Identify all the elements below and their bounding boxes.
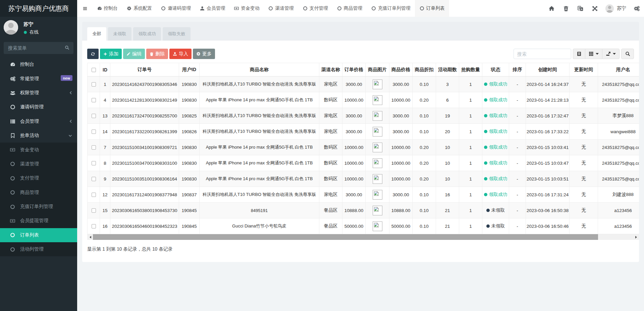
tab-2[interactable]: 领取成功	[133, 27, 161, 41]
import-button[interactable]: 导入	[169, 49, 192, 59]
column-header[interactable]: 用户ID	[179, 63, 200, 76]
column-header[interactable]: ID	[100, 63, 110, 76]
row-checkbox[interactable]	[92, 98, 96, 102]
sidebar-subitem[interactable]: 支付管理	[0, 171, 77, 185]
topnav-item[interactable]: 资金变动	[230, 0, 264, 17]
export-button[interactable]	[602, 49, 620, 59]
search-button[interactable]	[621, 49, 634, 59]
add-button[interactable]: 添加	[100, 49, 122, 59]
row-checkbox[interactable]	[92, 145, 96, 150]
scroll-right-arrow-icon[interactable]	[633, 234, 639, 240]
id-cell: 8	[100, 155, 110, 171]
search-icon[interactable]	[65, 45, 69, 50]
created-cell: 2023-01-15 10:03:51	[526, 171, 570, 187]
topnav-item[interactable]: 商品管理	[332, 0, 367, 17]
select-all-checkbox[interactable]	[92, 68, 96, 72]
circle-icon	[10, 190, 15, 195]
product-image[interactable]	[373, 221, 382, 231]
delete-button[interactable]: 删除	[146, 49, 168, 59]
sidebar-search-input[interactable]	[4, 42, 73, 54]
column-header[interactable]: 订单号	[110, 63, 179, 76]
language-button[interactable]	[573, 0, 588, 17]
row-checkbox[interactable]	[92, 161, 96, 165]
row-checkbox[interactable]	[92, 224, 96, 228]
edit-button[interactable]: 编辑	[123, 49, 145, 59]
topnav-item[interactable]: 邀请码管理	[157, 0, 196, 17]
home-button[interactable]	[544, 0, 559, 17]
product-image[interactable]	[373, 174, 382, 184]
table-search-input[interactable]	[514, 49, 571, 59]
topnav-item[interactable]: 支付管理	[298, 0, 332, 17]
column-header[interactable]: 商品图片	[366, 63, 389, 76]
column-header[interactable]: 抢购数量	[459, 63, 482, 76]
tab-all[interactable]: 全部	[87, 27, 106, 41]
topnav-item[interactable]: 订单列表	[415, 0, 449, 17]
scrollbar-thumb[interactable]	[93, 234, 598, 240]
column-header[interactable]: 创建时间	[526, 63, 570, 76]
product-image[interactable]	[373, 111, 382, 121]
sidebar-item[interactable]: 邀请码管理	[0, 100, 77, 114]
detail-view-button[interactable]	[573, 49, 585, 59]
more-button[interactable]: 更多	[193, 49, 215, 59]
sidebar-subitem[interactable]: 活动列管理	[0, 242, 77, 256]
sidebar-subitem[interactable]: 渠道管理	[0, 157, 77, 171]
sidebar-item[interactable]: 常规管理new	[0, 71, 77, 86]
row-checkbox[interactable]	[92, 193, 96, 197]
order-price-cell: 3000.00	[342, 76, 366, 92]
refresh-button[interactable]	[87, 49, 99, 59]
tab-3[interactable]: 领取失败	[163, 27, 191, 41]
sidebar-item[interactable]: 控制台	[0, 57, 77, 71]
product-image[interactable]	[373, 80, 382, 89]
topnav-item[interactable]: 渠道管理	[264, 0, 298, 17]
sort-cell: -	[509, 171, 526, 187]
sidebar-item[interactable]: 会员管理	[0, 114, 77, 128]
column-header[interactable]: 商品名称	[200, 63, 319, 76]
row-checkbox[interactable]	[92, 129, 96, 134]
product-image-cell	[366, 187, 389, 203]
trash-button[interactable]	[559, 0, 573, 17]
column-header[interactable]: 用户名	[598, 63, 639, 76]
user-id-cell: 190830	[179, 155, 200, 171]
column-header[interactable]: 更新时间	[570, 63, 598, 76]
column-header[interactable]: 订单价格	[342, 63, 366, 76]
sidebar-subitem[interactable]: 商品管理	[0, 186, 77, 200]
sidebar-toggle-button[interactable]	[77, 0, 93, 17]
topnav-item[interactable]: 系统配置	[122, 0, 156, 17]
product-image[interactable]	[373, 127, 382, 137]
columns-button[interactable]	[585, 49, 602, 59]
sidebar-subitem[interactable]: 充值订单列管理	[0, 200, 77, 214]
column-header[interactable]: 活动期数	[436, 63, 459, 76]
row-checkbox[interactable]	[92, 82, 96, 87]
product-image[interactable]	[373, 206, 382, 215]
expand-button[interactable]	[588, 0, 602, 17]
product-image[interactable]	[373, 95, 382, 105]
product-image[interactable]	[373, 143, 382, 152]
column-header[interactable]: 排序	[509, 63, 526, 76]
product-image[interactable]	[373, 158, 382, 168]
topnav-item[interactable]: 会员管理	[196, 0, 230, 17]
column-header[interactable]: 状态	[482, 63, 509, 76]
row-checkbox[interactable]	[92, 177, 96, 181]
row-checkbox[interactable]	[92, 208, 96, 213]
horizontal-scrollbar[interactable]	[87, 234, 639, 240]
row-checkbox[interactable]	[92, 114, 96, 118]
product-image[interactable]	[373, 190, 382, 200]
sidebar-item[interactable]: 权限管理	[0, 86, 77, 100]
user-menu[interactable]: 苏宁	[602, 0, 630, 17]
scroll-left-arrow-icon[interactable]	[87, 234, 93, 240]
product-image-cell	[366, 203, 389, 218]
sidebar-subitem[interactable]: 会员提现管理	[0, 214, 77, 228]
tab-1[interactable]: 未领取	[108, 27, 131, 41]
discount-cell: 0.10	[413, 203, 436, 218]
settings-button[interactable]	[630, 0, 644, 17]
table-row: 1320230116173247001908255700190825科沃斯扫地机…	[88, 108, 639, 124]
column-header[interactable]: 商品折扣	[413, 63, 436, 76]
column-header[interactable]: 渠道名称	[319, 63, 342, 76]
column-header[interactable]: 商品价格	[389, 63, 413, 76]
sidebar-item[interactable]: 抢单活动	[0, 128, 77, 143]
topnav-item[interactable]: 充值订单列管理	[367, 0, 415, 17]
sidebar-subitem[interactable]: 资金变动	[0, 143, 77, 157]
sidebar-subitem-active[interactable]: 订单列表	[0, 228, 77, 242]
topnav-item[interactable]: 控制台	[93, 0, 122, 17]
order-price-cell: 50000.00	[342, 218, 366, 234]
